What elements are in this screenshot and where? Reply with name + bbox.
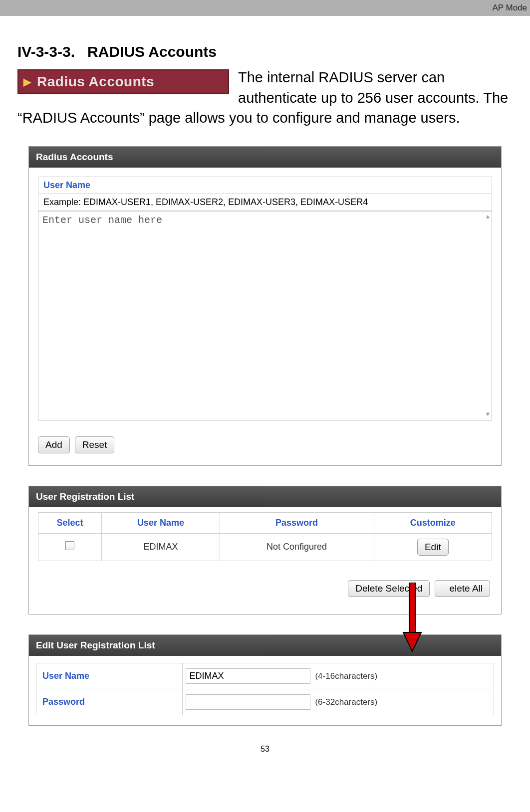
top-bar: AP Mode [0, 0, 530, 16]
col-customize: Customize [374, 512, 492, 533]
user-name-label: User Name [36, 663, 183, 689]
delete-selected-button[interactable]: Delete Selected [348, 580, 430, 597]
table-row: EDIMAX Not Configured Edit [38, 533, 492, 561]
row-password: Not Configured [220, 533, 374, 561]
user-name-table: User Name Example: EDIMAX-USER1, EDIMAX-… [38, 177, 492, 211]
chevron-right-icon: ▶ [23, 75, 31, 89]
add-button[interactable]: Add [38, 436, 70, 453]
user-registration-list-panel: User Registration List Select User Name … [28, 486, 502, 614]
section-heading: IV-3-3-3. RADIUS Accounts [17, 43, 513, 60]
user-name-textarea[interactable]: Enter user name here ▲ ▼ [38, 211, 492, 420]
scroll-down-icon[interactable]: ▼ [486, 411, 490, 418]
radius-accounts-nav-chip[interactable]: ▶ Radius Accounts [17, 69, 229, 94]
mode-label: AP Mode [492, 3, 527, 13]
password-input[interactable] [186, 694, 310, 710]
user-name-heading: User Name [38, 177, 492, 194]
registration-table: Select User Name Password Customize EDIM… [38, 512, 492, 561]
page-number: 53 [0, 741, 530, 759]
user-name-hint: (4-16characters) [315, 671, 377, 681]
section-number: IV-3-3-3. [17, 43, 75, 60]
scroll-up-icon[interactable]: ▲ [486, 213, 490, 220]
edit-button[interactable]: Edit [417, 539, 449, 556]
user-name-input[interactable] [186, 668, 310, 684]
row-checkbox[interactable] [65, 541, 74, 550]
password-label: Password [36, 689, 183, 715]
col-select: Select [38, 512, 102, 533]
textarea-placeholder: Enter user name here [42, 214, 480, 226]
panel-title: User Registration List [29, 486, 501, 507]
row-user: EDIMAX [102, 533, 220, 561]
radius-accounts-panel: Radius Accounts User Name Example: EDIMA… [28, 146, 502, 466]
col-user: User Name [102, 512, 220, 533]
intro-paragraph: ▶ Radius Accounts The internal RADIUS se… [17, 67, 513, 128]
nav-chip-label: Radius Accounts [37, 72, 154, 91]
panel-title: Edit User Registration List [29, 635, 501, 656]
edit-form-table: User Name (4-16characters) Password (6-3… [36, 663, 494, 715]
example-text: Example: EDIMAX-USER1, EDIMAX-USER2, EDI… [38, 194, 492, 210]
password-hint: (6-32characters) [315, 697, 377, 707]
panel-title: Radius Accounts [29, 147, 501, 168]
section-title: RADIUS Accounts [87, 43, 217, 60]
col-password: Password [220, 512, 374, 533]
edit-user-registration-panel: Edit User Registration List User Name (4… [28, 634, 502, 726]
delete-all-button[interactable]: elete All [435, 580, 490, 597]
reset-button[interactable]: Reset [75, 436, 115, 453]
